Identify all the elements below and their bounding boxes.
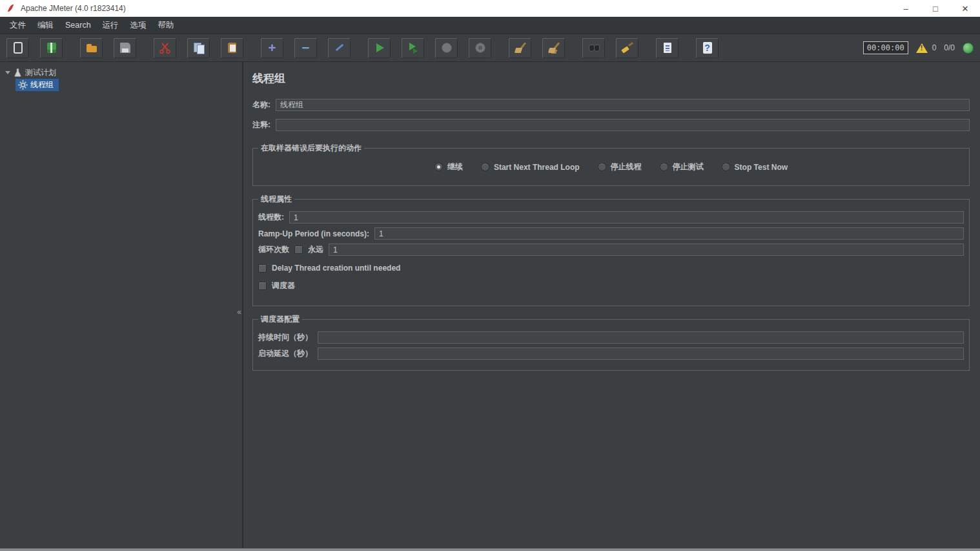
thread-group-gear-icon: [17, 80, 28, 90]
expander-arrow-icon[interactable]: [3, 71, 12, 74]
scheduler-label: 调度器: [272, 280, 295, 291]
open-button[interactable]: [80, 38, 103, 58]
loop-count-label: 循环次数: [258, 244, 289, 255]
delay-creation-checkbox[interactable]: [258, 264, 267, 273]
help-button[interactable]: ?: [696, 38, 719, 58]
paste-clipboard-icon: [226, 41, 239, 54]
paste-button[interactable]: [221, 38, 243, 58]
toggle-button[interactable]: [328, 38, 351, 58]
scheduler-config-group: 调度器配置 持续时间（秒） 启动延迟（秒）: [252, 314, 970, 371]
comment-label: 注释:: [252, 120, 271, 130]
threads-label: 线程数:: [258, 212, 284, 223]
radio-option-stop-thread[interactable]: 停止线程: [598, 161, 642, 172]
start-no-pauses-button[interactable]: [402, 38, 424, 58]
radio-option-stop-test-now[interactable]: Stop Test Now: [722, 163, 788, 172]
startup-delay-input[interactable]: [318, 348, 964, 360]
remove-button[interactable]: −: [294, 38, 317, 58]
log-errors-indicator[interactable]: 0: [916, 43, 937, 53]
copy-button[interactable]: [187, 38, 210, 58]
rampup-row: Ramp-Up Period (in seconds):: [258, 227, 964, 240]
function-helper-button[interactable]: [656, 38, 679, 58]
splitter-collapse-handle[interactable]: «: [237, 307, 241, 317]
shutdown-button[interactable]: [469, 38, 491, 58]
warning-icon: [916, 43, 928, 53]
save-icon: [119, 41, 132, 54]
test-plan-flask-icon: [12, 68, 23, 78]
delay-creation-label: Delay Thread creation until needed: [272, 264, 400, 273]
duration-row: 持续时间（秒）: [258, 331, 964, 344]
threads-input[interactable]: [289, 211, 964, 224]
clear-search-icon: [621, 41, 634, 54]
error-action-title: 在取样器错误后要执行的动作: [258, 143, 364, 154]
add-button[interactable]: +: [261, 38, 283, 58]
close-button[interactable]: ✕: [950, 0, 980, 17]
test-plan-tree: 测试计划 线程组 «: [0, 62, 243, 548]
scheduler-checkbox[interactable]: [258, 282, 267, 290]
save-button[interactable]: [114, 38, 136, 58]
radio-stop-test-icon: [660, 163, 668, 171]
menu-help[interactable]: 帮助: [152, 17, 180, 34]
stop-button[interactable]: [435, 38, 458, 58]
comment-input[interactable]: [276, 119, 970, 131]
delay-creation-row: Delay Thread creation until needed: [258, 264, 964, 273]
scheduler-row: 调度器: [258, 280, 964, 291]
toolbar-status: 00:00:00 0 0/0: [863, 41, 974, 54]
forever-checkbox[interactable]: [294, 245, 303, 254]
thread-properties-title: 线程属性: [258, 194, 294, 205]
stop-icon: [440, 41, 453, 54]
window-title: Apache JMeter (4.0 r1823414): [21, 4, 126, 13]
menu-file[interactable]: 文件: [4, 17, 32, 34]
radio-option-stop-test[interactable]: 停止测试: [660, 161, 704, 172]
open-folder-icon: [85, 41, 98, 54]
toolbar: + − ? 00:00:00 0 0/0: [0, 34, 980, 62]
threads-row: 线程数:: [258, 211, 964, 224]
clear-all-button[interactable]: [542, 38, 565, 58]
startup-delay-row: 启动延迟（秒）: [258, 348, 964, 360]
page-title: 线程组: [252, 71, 970, 86]
duration-input[interactable]: [318, 331, 964, 344]
duration-label: 持续时间（秒）: [258, 332, 312, 343]
titlebar: Apache JMeter (4.0 r1823414) – □ ✕: [0, 0, 980, 17]
loop-count-row: 循环次数 永远: [258, 244, 964, 256]
start-play-icon: [373, 41, 386, 54]
maximize-button[interactable]: □: [921, 0, 950, 17]
menu-search[interactable]: Search: [59, 18, 97, 32]
new-button[interactable]: [6, 38, 29, 58]
help-question-glyph: ?: [701, 41, 714, 54]
cut-button[interactable]: [154, 38, 176, 58]
radio-option-continue[interactable]: 继续: [434, 161, 463, 172]
rampup-input[interactable]: [374, 227, 964, 240]
new-file-icon: [12, 41, 25, 54]
menu-options[interactable]: 选项: [125, 17, 152, 34]
clear-button[interactable]: [509, 38, 531, 58]
tree-item-thread-group[interactable]: 线程组: [0, 79, 242, 91]
start-no-pauses-icon: [407, 41, 420, 54]
search-binoculars-icon: [587, 41, 600, 54]
minimize-button[interactable]: –: [891, 0, 921, 17]
loop-count-input[interactable]: [329, 244, 964, 256]
tree-item-label: 测试计划: [25, 67, 56, 78]
templates-icon: [45, 41, 58, 54]
search-button[interactable]: [582, 38, 605, 58]
radio-label: 停止线程: [611, 161, 642, 172]
name-label: 名称:: [252, 99, 271, 110]
radio-stop-thread-icon: [598, 163, 606, 171]
templates-button[interactable]: [40, 38, 63, 58]
tree-item-test-plan[interactable]: 测试计划: [0, 67, 242, 79]
jmeter-window: Apache JMeter (4.0 r1823414) – □ ✕ 文件 编辑…: [0, 0, 980, 551]
content-area: 测试计划 线程组 « 线程组 名称: 注释:: [0, 62, 980, 548]
clear-search-button[interactable]: [616, 38, 638, 58]
menu-edit[interactable]: 编辑: [32, 17, 59, 34]
start-button[interactable]: [368, 38, 391, 58]
add-plus-icon: +: [266, 41, 279, 54]
test-status-icon: [963, 43, 974, 54]
error-count: 0: [932, 43, 937, 52]
help-icon: ?: [701, 41, 714, 54]
selected-tree-item[interactable]: 线程组: [15, 79, 59, 91]
radio-option-start-next-loop[interactable]: Start Next Thread Loop: [481, 163, 580, 172]
rampup-label: Ramp-Up Period (in seconds):: [258, 229, 369, 238]
menu-run[interactable]: 运行: [97, 17, 125, 34]
radio-label: 继续: [447, 161, 463, 172]
clear-broom-icon: [514, 41, 527, 54]
name-input[interactable]: [276, 99, 970, 111]
